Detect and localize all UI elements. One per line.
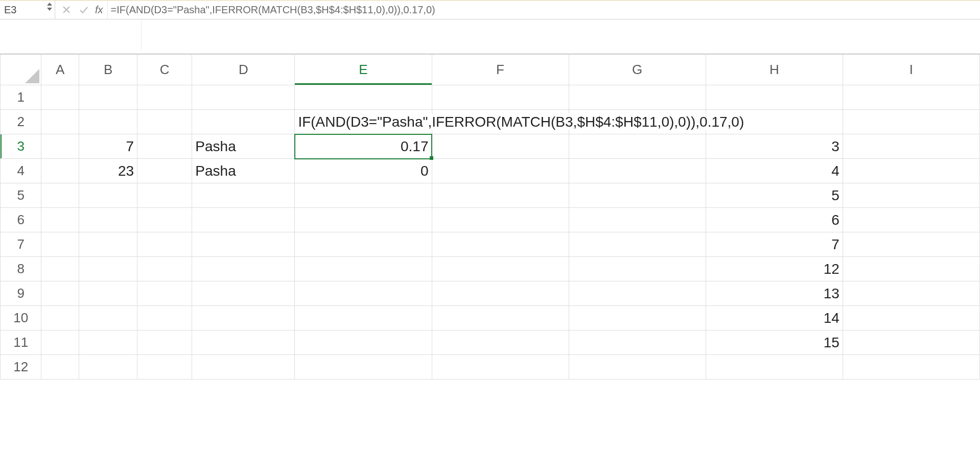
cell-B3[interactable]: 7 (79, 134, 137, 159)
cell-F4[interactable] (432, 159, 569, 183)
cell-C8[interactable] (137, 257, 192, 281)
cell-E3[interactable]: 0.17 (295, 134, 432, 159)
cell-H6[interactable]: 6 (706, 208, 843, 232)
column-header-D[interactable]: D (192, 55, 295, 85)
cell-I2[interactable] (843, 110, 979, 134)
cell-C10[interactable] (137, 306, 192, 330)
cell-G5[interactable] (569, 183, 706, 208)
cell-E10[interactable] (295, 306, 432, 330)
cell-E5[interactable] (295, 183, 432, 208)
cell-I5[interactable] (843, 183, 979, 208)
cell-C4[interactable] (137, 159, 192, 183)
cell-A5[interactable] (41, 183, 79, 208)
fx-label[interactable]: fx (95, 4, 103, 16)
name-box-stepper[interactable] (46, 2, 53, 11)
cell-A4[interactable] (41, 159, 79, 183)
cell-F7[interactable] (432, 232, 569, 257)
cell-H3[interactable]: 3 (706, 134, 843, 159)
row-header-9[interactable]: 9 (1, 281, 41, 306)
cell-E12[interactable] (295, 355, 432, 379)
cell-A3[interactable] (41, 134, 79, 159)
cell-D6[interactable] (192, 208, 295, 232)
cell-H9[interactable]: 13 (706, 281, 843, 306)
cell-D5[interactable] (192, 183, 295, 208)
cell-F5[interactable] (432, 183, 569, 208)
cell-H7[interactable]: 7 (706, 232, 843, 257)
cell-C3[interactable] (137, 134, 192, 159)
cell-C7[interactable] (137, 232, 192, 257)
column-header-G[interactable]: G (569, 55, 706, 85)
cell-D10[interactable] (192, 306, 295, 330)
cell-F6[interactable] (432, 208, 569, 232)
cell-B5[interactable] (79, 183, 137, 208)
row-header-7[interactable]: 7 (1, 232, 41, 257)
cell-A12[interactable] (41, 355, 79, 379)
cell-F1[interactable] (432, 85, 569, 110)
row-header-10[interactable]: 10 (1, 306, 41, 330)
cell-I3[interactable] (843, 134, 979, 159)
cell-B11[interactable] (79, 330, 137, 355)
column-header-C[interactable]: C (137, 55, 192, 85)
cell-I9[interactable] (843, 281, 979, 306)
cell-E1[interactable] (295, 85, 432, 110)
cell-I12[interactable] (843, 355, 979, 379)
cell-D1[interactable] (192, 85, 295, 110)
cell-A6[interactable] (41, 208, 79, 232)
cell-E2[interactable]: IF(AND(D3="Pasha",IFERROR(MATCH(B3,$H$4:… (295, 110, 432, 134)
cell-E6[interactable] (295, 208, 432, 232)
cell-G7[interactable] (569, 232, 706, 257)
cell-G6[interactable] (569, 208, 706, 232)
row-header-1[interactable]: 1 (1, 85, 41, 110)
cell-H4[interactable]: 4 (706, 159, 843, 183)
row-header-12[interactable]: 12 (1, 355, 41, 379)
cell-G10[interactable] (569, 306, 706, 330)
cell-E7[interactable] (295, 232, 432, 257)
cell-H8[interactable]: 12 (706, 257, 843, 281)
cell-A2[interactable] (41, 110, 79, 134)
cell-H1[interactable] (706, 85, 843, 110)
cell-I7[interactable] (843, 232, 979, 257)
row-header-4[interactable]: 4 (1, 159, 41, 183)
row-header-5[interactable]: 5 (1, 183, 41, 208)
row-header-3[interactable]: 3 (1, 134, 41, 159)
cell-F12[interactable] (432, 355, 569, 379)
cell-C12[interactable] (137, 355, 192, 379)
cell-G12[interactable] (569, 355, 706, 379)
cell-D7[interactable] (192, 232, 295, 257)
cell-F8[interactable] (432, 257, 569, 281)
cell-E11[interactable] (295, 330, 432, 355)
cell-A8[interactable] (41, 257, 79, 281)
cell-I10[interactable] (843, 306, 979, 330)
row-header-2[interactable]: 2 (1, 110, 41, 134)
cell-I8[interactable] (843, 257, 979, 281)
cell-F9[interactable] (432, 281, 569, 306)
cell-B8[interactable] (79, 257, 137, 281)
cell-C1[interactable] (137, 85, 192, 110)
column-header-B[interactable]: B (79, 55, 137, 85)
cell-D9[interactable] (192, 281, 295, 306)
column-header-E[interactable]: E (295, 55, 432, 85)
cell-G9[interactable] (569, 281, 706, 306)
cell-F10[interactable] (432, 306, 569, 330)
cell-F3[interactable] (432, 134, 569, 159)
cell-C5[interactable] (137, 183, 192, 208)
cell-C6[interactable] (137, 208, 192, 232)
row-header-6[interactable]: 6 (1, 208, 41, 232)
formula-input[interactable] (108, 1, 980, 19)
cell-C11[interactable] (137, 330, 192, 355)
cell-G1[interactable] (569, 85, 706, 110)
cell-I6[interactable] (843, 208, 979, 232)
cell-B6[interactable] (79, 208, 137, 232)
select-all-button[interactable] (1, 55, 41, 85)
column-header-F[interactable]: F (432, 55, 569, 85)
cell-D3[interactable]: Pasha (192, 134, 295, 159)
cell-H5[interactable]: 5 (706, 183, 843, 208)
cell-A1[interactable] (41, 85, 79, 110)
cell-H11[interactable]: 15 (706, 330, 843, 355)
cell-I11[interactable] (843, 330, 979, 355)
cell-A11[interactable] (41, 330, 79, 355)
cell-D2[interactable] (192, 110, 295, 134)
cell-I1[interactable] (843, 85, 979, 110)
cell-B4[interactable]: 23 (79, 159, 137, 183)
cell-A7[interactable] (41, 232, 79, 257)
